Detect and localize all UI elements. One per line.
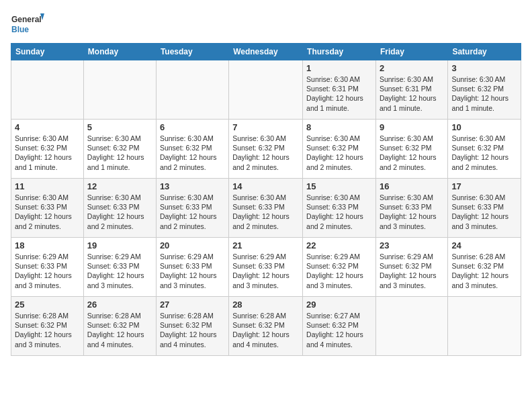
day-number: 26 [87,300,152,310]
calendar-cell: 15Sunrise: 6:30 AM Sunset: 6:33 PM Dayli… [303,179,376,238]
day-info: Sunrise: 6:30 AM Sunset: 6:32 PM Dayligh… [87,134,152,172]
day-number: 13 [160,181,225,191]
calendar-cell: 11Sunrise: 6:30 AM Sunset: 6:33 PM Dayli… [11,179,84,238]
day-info: Sunrise: 6:30 AM Sunset: 6:32 PM Dayligh… [306,134,372,172]
calendar-cell: 12Sunrise: 6:30 AM Sunset: 6:33 PM Dayli… [83,179,156,238]
day-info: Sunrise: 6:28 AM Sunset: 6:32 PM Dayligh… [87,311,152,349]
day-number: 25 [15,300,80,310]
calendar-cell [229,60,303,120]
day-number: 12 [87,181,152,191]
day-info: Sunrise: 6:30 AM Sunset: 6:33 PM Dayligh… [87,193,152,231]
day-info: Sunrise: 6:30 AM Sunset: 6:33 PM Dayligh… [15,193,80,231]
calendar-cell: 4Sunrise: 6:30 AM Sunset: 6:32 PM Daylig… [11,120,84,179]
calendar-cell: 23Sunrise: 6:29 AM Sunset: 6:32 PM Dayli… [375,238,447,297]
dow-header-friday: Friday [375,44,447,60]
header: General Blue [11,11,521,38]
calendar-cell [448,297,521,356]
day-number: 28 [232,300,299,310]
calendar-cell: 13Sunrise: 6:30 AM Sunset: 6:33 PM Dayli… [156,179,228,238]
svg-text:Blue: Blue [11,25,29,34]
calendar-cell: 6Sunrise: 6:30 AM Sunset: 6:32 PM Daylig… [156,120,228,179]
day-info: Sunrise: 6:28 AM Sunset: 6:32 PM Dayligh… [160,311,225,349]
day-info: Sunrise: 6:30 AM Sunset: 6:32 PM Dayligh… [160,134,225,172]
day-info: Sunrise: 6:28 AM Sunset: 6:32 PM Dayligh… [232,311,299,349]
day-info: Sunrise: 6:29 AM Sunset: 6:33 PM Dayligh… [87,252,152,290]
day-number: 15 [306,181,372,191]
day-number: 22 [306,240,372,250]
day-number: 9 [380,122,444,132]
day-number: 27 [160,300,225,310]
day-number: 11 [15,181,80,191]
day-number: 14 [232,181,299,191]
day-info: Sunrise: 6:30 AM Sunset: 6:31 PM Dayligh… [380,75,444,113]
day-number: 5 [87,122,152,132]
calendar-table: SundayMondayTuesdayWednesdayThursdayFrid… [11,43,521,356]
calendar-cell: 1Sunrise: 6:30 AM Sunset: 6:31 PM Daylig… [303,60,376,120]
day-info: Sunrise: 6:30 AM Sunset: 6:33 PM Dayligh… [232,193,299,231]
day-number: 1 [306,63,372,73]
calendar-cell: 19Sunrise: 6:29 AM Sunset: 6:33 PM Dayli… [83,238,156,297]
calendar-cell [156,60,228,120]
day-number: 2 [380,63,444,73]
dow-header-monday: Monday [83,44,156,60]
day-info: Sunrise: 6:29 AM Sunset: 6:33 PM Dayligh… [232,252,299,290]
day-info: Sunrise: 6:30 AM Sunset: 6:32 PM Dayligh… [451,75,517,113]
day-info: Sunrise: 6:30 AM Sunset: 6:31 PM Dayligh… [306,75,372,113]
svg-text:General: General [11,15,42,24]
day-info: Sunrise: 6:29 AM Sunset: 6:32 PM Dayligh… [306,252,372,290]
day-info: Sunrise: 6:30 AM Sunset: 6:33 PM Dayligh… [160,193,225,231]
day-info: Sunrise: 6:30 AM Sunset: 6:32 PM Dayligh… [380,134,444,172]
day-info: Sunrise: 6:27 AM Sunset: 6:32 PM Dayligh… [306,311,372,349]
day-info: Sunrise: 6:28 AM Sunset: 6:32 PM Dayligh… [15,311,80,349]
calendar-cell: 29Sunrise: 6:27 AM Sunset: 6:32 PM Dayli… [303,297,376,356]
day-info: Sunrise: 6:30 AM Sunset: 6:33 PM Dayligh… [306,193,372,231]
day-number: 23 [380,240,444,250]
day-info: Sunrise: 6:29 AM Sunset: 6:33 PM Dayligh… [15,252,80,290]
dow-header-wednesday: Wednesday [229,44,303,60]
day-info: Sunrise: 6:30 AM Sunset: 6:33 PM Dayligh… [451,193,517,231]
dow-header-sunday: Sunday [11,44,84,60]
dow-header-saturday: Saturday [448,44,521,60]
calendar-cell: 21Sunrise: 6:29 AM Sunset: 6:33 PM Dayli… [229,238,303,297]
dow-header-thursday: Thursday [303,44,376,60]
calendar-cell [375,297,447,356]
day-number: 17 [451,181,517,191]
day-number: 7 [232,122,299,132]
calendar-cell: 25Sunrise: 6:28 AM Sunset: 6:32 PM Dayli… [11,297,84,356]
calendar-cell: 28Sunrise: 6:28 AM Sunset: 6:32 PM Dayli… [229,297,303,356]
day-number: 6 [160,122,225,132]
day-info: Sunrise: 6:30 AM Sunset: 6:33 PM Dayligh… [380,193,444,231]
calendar-cell: 16Sunrise: 6:30 AM Sunset: 6:33 PM Dayli… [375,179,447,238]
calendar-cell: 17Sunrise: 6:30 AM Sunset: 6:33 PM Dayli… [448,179,521,238]
calendar-cell [83,60,156,120]
day-number: 19 [87,240,152,250]
day-info: Sunrise: 6:30 AM Sunset: 6:32 PM Dayligh… [15,134,80,172]
day-number: 8 [306,122,372,132]
calendar-cell: 7Sunrise: 6:30 AM Sunset: 6:32 PM Daylig… [229,120,303,179]
day-info: Sunrise: 6:28 AM Sunset: 6:32 PM Dayligh… [451,252,517,290]
logo-svg: General Blue [11,11,44,38]
day-number: 29 [306,300,372,310]
day-number: 4 [15,122,80,132]
day-info: Sunrise: 6:30 AM Sunset: 6:32 PM Dayligh… [232,134,299,172]
calendar-cell: 22Sunrise: 6:29 AM Sunset: 6:32 PM Dayli… [303,238,376,297]
day-info: Sunrise: 6:29 AM Sunset: 6:32 PM Dayligh… [380,252,444,290]
calendar-cell: 3Sunrise: 6:30 AM Sunset: 6:32 PM Daylig… [448,60,521,120]
calendar-cell: 27Sunrise: 6:28 AM Sunset: 6:32 PM Dayli… [156,297,228,356]
day-info: Sunrise: 6:30 AM Sunset: 6:32 PM Dayligh… [451,134,517,172]
calendar-cell: 18Sunrise: 6:29 AM Sunset: 6:33 PM Dayli… [11,238,84,297]
day-info: Sunrise: 6:29 AM Sunset: 6:33 PM Dayligh… [160,252,225,290]
calendar-cell: 14Sunrise: 6:30 AM Sunset: 6:33 PM Dayli… [229,179,303,238]
day-number: 3 [451,63,517,73]
day-number: 20 [160,240,225,250]
logo: General Blue [11,11,44,38]
calendar-cell: 20Sunrise: 6:29 AM Sunset: 6:33 PM Dayli… [156,238,228,297]
calendar-cell: 5Sunrise: 6:30 AM Sunset: 6:32 PM Daylig… [83,120,156,179]
calendar-cell [11,60,84,120]
day-number: 10 [451,122,517,132]
calendar-cell: 24Sunrise: 6:28 AM Sunset: 6:32 PM Dayli… [448,238,521,297]
day-number: 24 [451,240,517,250]
calendar-cell: 8Sunrise: 6:30 AM Sunset: 6:32 PM Daylig… [303,120,376,179]
day-number: 16 [380,181,444,191]
dow-header-tuesday: Tuesday [156,44,228,60]
